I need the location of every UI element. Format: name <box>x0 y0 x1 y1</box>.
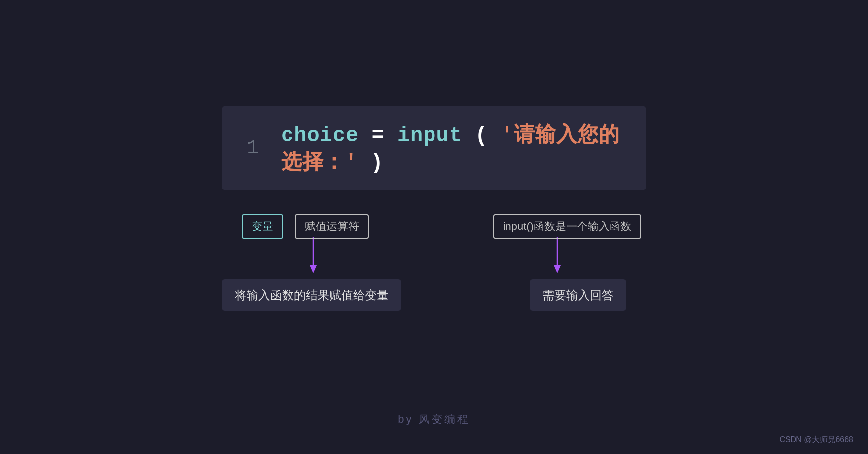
label-operator: 赋值运算符 <box>295 214 369 239</box>
csdn-credit: CSDN @大师兄6668 <box>779 435 853 445</box>
code-block: 1 choice = input ( '请输入您的选择：' ) <box>222 106 646 190</box>
code-operator: = <box>371 124 397 148</box>
svg-marker-1 <box>310 265 317 273</box>
desc-right: 需要输入回答 <box>530 279 626 311</box>
code-variable: choice <box>281 124 359 148</box>
code-function: input <box>398 124 462 148</box>
svg-marker-3 <box>554 265 561 273</box>
annotations-area: 变量 赋值运算符 input()函数是一个输入函数 将输入函数的结果赋值给变量 … <box>222 210 646 348</box>
code-line: choice = input ( '请输入您的选择：' ) <box>281 120 621 176</box>
desc-left: 将输入函数的结果赋值给变量 <box>222 279 401 311</box>
label-input: input()函数是一个输入函数 <box>493 214 641 239</box>
code-paren-close: ) <box>370 151 383 175</box>
watermark: by 风变编程 <box>398 412 470 427</box>
line-number: 1 <box>247 136 261 160</box>
label-variable: 变量 <box>242 214 283 239</box>
code-paren-open: ( <box>475 124 488 148</box>
main-container: 1 choice = input ( '请输入您的选择：' ) 变量 赋值运算符… <box>212 106 656 348</box>
